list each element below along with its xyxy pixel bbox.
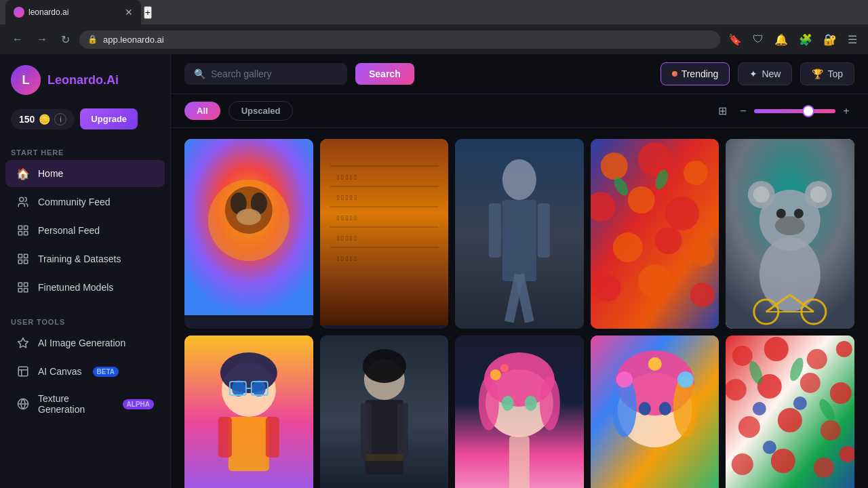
search-input[interactable]: [211, 68, 338, 79]
gallery: ⌘ ✏ ⛶: [171, 128, 868, 488]
grid-view-button[interactable]: ⊞: [715, 102, 730, 120]
gallery-card-warrior[interactable]: ⌘ ✏ ⛶: [455, 139, 584, 329]
all-filter-button[interactable]: All: [184, 102, 220, 120]
gallery-card-egypt[interactable]: 𓀀 𓁀 𓂀 𓃀 𓄀 𓅀 𓆀 𓇀 𓈀 𓉀 𓊀 𓋀 𓌀 𓍀 𓎀 𓏀 𓐀 𓀁 𓁁 𓂁 …: [320, 139, 449, 329]
main-content: 🔍 Search Trending ✦ New 🏆 Top All Upscal…: [171, 54, 868, 488]
card-action-edit-dw[interactable]: ✏: [402, 341, 421, 360]
new-button[interactable]: ✦ New: [738, 62, 792, 85]
card-actions-warrior: ⌘ ✏ ⛶: [516, 144, 578, 163]
ai-canvas-icon: [16, 365, 30, 378]
card-action-cmd-anime[interactable]: ⌘: [245, 341, 264, 360]
sidebar-item-community-feed[interactable]: Community Feed: [5, 188, 165, 216]
back-button[interactable]: ←: [8, 30, 27, 48]
svg-rect-6: [24, 232, 28, 235]
svg-rect-14: [24, 289, 28, 292]
gallery-card-colorful-girl[interactable]: ⌘ ✏ ⛶: [591, 336, 719, 488]
community-icon: [16, 195, 30, 209]
filter-bar: All Upscaled ⊞ − +: [171, 94, 868, 128]
extension-button[interactable]: 🧩: [796, 30, 815, 49]
token-info-button[interactable]: i: [54, 113, 66, 125]
logo-main: Leonardo: [47, 73, 103, 87]
card-action-expand-dw[interactable]: ⛶: [424, 341, 443, 360]
card-action-expand-flowers2[interactable]: ⛶: [830, 341, 849, 360]
new-tab-button[interactable]: +: [144, 6, 152, 19]
card-action-edit-lion[interactable]: ✏: [267, 144, 286, 163]
shield-button[interactable]: 🛡: [750, 30, 766, 48]
new-star-icon: ✦: [749, 68, 757, 79]
bookmark-button[interactable]: 🔖: [726, 30, 745, 49]
logo-area: L Leonardo.Ai: [0, 65, 170, 108]
card-action-cmd-flowers2[interactable]: ⌘: [808, 341, 827, 360]
card-action-expand-cg[interactable]: ⛶: [694, 341, 713, 360]
card-action-edit-flowers1[interactable]: ✏: [673, 144, 692, 163]
refresh-button[interactable]: ↻: [57, 30, 74, 49]
card-action-edit-koala[interactable]: ✏: [808, 144, 827, 163]
card-action-edit-cg[interactable]: ✏: [673, 341, 692, 360]
gallery-card-anime-girl[interactable]: ⌘ ✏ ⛶: [184, 336, 313, 488]
card-action-cmd-pg[interactable]: ⌘: [516, 341, 535, 360]
upgrade-button[interactable]: Upgrade: [80, 108, 138, 129]
svg-rect-4: [24, 226, 28, 229]
card-action-expand-egypt[interactable]: ⛶: [424, 144, 443, 163]
home-icon: 🏠: [16, 167, 30, 180]
svg-marker-15: [18, 338, 28, 348]
sidebar-item-home[interactable]: 🏠 Home: [5, 160, 165, 187]
sidebar-item-ai-image[interactable]: AI Image Generation: [5, 329, 165, 357]
card-action-edit-egypt[interactable]: ✏: [402, 144, 421, 163]
tab-favicon: [14, 7, 24, 18]
zoom-in-button[interactable]: +: [838, 103, 854, 119]
card-actions-colorful-girl: ⌘ ✏ ⛶: [651, 341, 713, 360]
vpn-button[interactable]: 🔐: [821, 30, 840, 49]
sidebar-item-ai-canvas[interactable]: AI Canvas BETA: [5, 358, 165, 385]
svg-rect-5: [18, 232, 22, 235]
gallery-card-koala[interactable]: ⌘ ✏ ⛶: [726, 139, 854, 329]
card-action-cmd-koala[interactable]: ⌘: [787, 144, 806, 163]
menu-button[interactable]: ☰: [845, 30, 860, 49]
card-action-edit-anime[interactable]: ✏: [267, 341, 286, 360]
zoom-slider[interactable]: [754, 109, 835, 113]
card-action-expand-lion[interactable]: ⛶: [289, 144, 308, 163]
card-action-expand-pg[interactable]: ⛶: [559, 341, 578, 360]
card-action-cmd-egypt[interactable]: ⌘: [380, 144, 399, 163]
search-box: 🔍: [184, 63, 347, 85]
card-action-cmd-warrior[interactable]: ⌘: [516, 144, 535, 163]
gallery-card-flowers1[interactable]: ⌘ ✏ ⛶: [591, 139, 719, 329]
card-action-expand-koala[interactable]: ⛶: [830, 144, 849, 163]
alert-button[interactable]: 🔔: [772, 30, 791, 49]
sidebar-item-personal-feed[interactable]: Personal Feed: [5, 217, 165, 244]
trending-button[interactable]: Trending: [660, 62, 730, 85]
card-action-cmd-cg[interactable]: ⌘: [651, 341, 670, 360]
sidebar-item-finetuned-label: Finetuned Models: [38, 282, 113, 293]
card-action-expand-warrior[interactable]: ⛶: [559, 144, 578, 163]
forward-button[interactable]: →: [33, 30, 52, 48]
zoom-out-button[interactable]: −: [735, 103, 751, 119]
card-actions-pink-girl: ⌘ ✏ ⛶: [516, 341, 578, 360]
top-button[interactable]: 🏆 Top: [800, 62, 854, 85]
gallery-card-lion[interactable]: ⌘ ✏ ⛶: [184, 139, 313, 329]
card-action-edit-warrior[interactable]: ✏: [538, 144, 557, 163]
card-action-cmd-flowers1[interactable]: ⌘: [651, 144, 670, 163]
sidebar-item-texture[interactable]: Texture Generation ALPHA: [5, 386, 165, 422]
svg-rect-3: [18, 226, 22, 229]
card-actions-flowers2: ⌘ ⛶: [808, 341, 849, 360]
app-wrapper: L Leonardo.Ai 150 🪙 i Upgrade Start Here…: [0, 54, 868, 488]
gallery-card-flowers2[interactable]: ⌘ ⛶: [726, 336, 854, 488]
card-action-cmd-lion[interactable]: ⌘: [245, 144, 264, 163]
sidebar-item-training[interactable]: Training & Datasets: [5, 245, 165, 272]
sidebar-item-finetuned[interactable]: Finetuned Models: [5, 274, 165, 301]
card-action-expand-flowers1[interactable]: ⛶: [694, 144, 713, 163]
card-action-expand-anime[interactable]: ⛶: [289, 341, 308, 360]
gallery-card-pink-girl[interactable]: ⌘ ✏ ⛶: [455, 336, 584, 488]
sidebar-item-ai-canvas-label: AI Canvas: [38, 366, 82, 377]
alpha-badge: ALPHA: [123, 399, 154, 409]
tab-close-button[interactable]: ✕: [125, 7, 133, 18]
upscaled-filter-button[interactable]: Upscaled: [229, 101, 294, 121]
search-button[interactable]: Search: [355, 63, 414, 85]
top-icon: 🏆: [812, 68, 823, 79]
token-bar: 150 🪙 i Upgrade: [0, 108, 170, 143]
card-action-edit-pg[interactable]: ✏: [538, 341, 557, 360]
gallery-card-dark-warrior[interactable]: ✏ ⛶: [320, 336, 449, 488]
texture-icon: [16, 397, 30, 411]
address-bar[interactable]: 🔒 app.leonardo.ai: [79, 30, 720, 49]
active-tab: leonardo.ai ✕: [5, 0, 141, 24]
